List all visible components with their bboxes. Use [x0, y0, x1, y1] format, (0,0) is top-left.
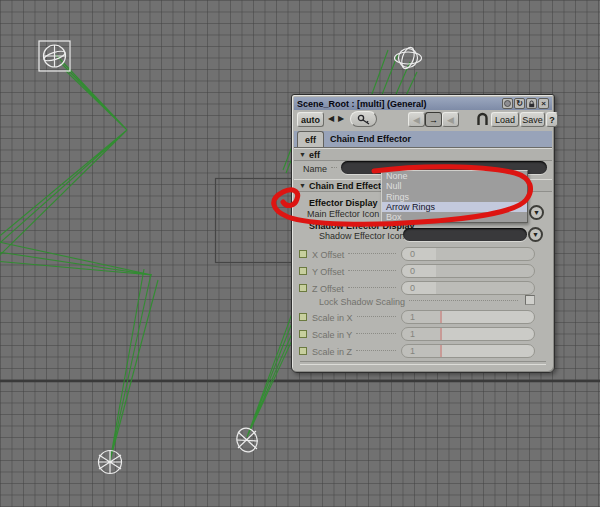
dotted-leader — [348, 286, 396, 288]
scale-z-label: Scale in Z — [312, 347, 352, 357]
shadow-effector-icon-row: Shadow Effector Icon — [319, 228, 401, 243]
name-row: Name — [303, 161, 341, 176]
magnet-icon[interactable] — [476, 111, 489, 126]
scale-z-row: Scale in Z — [312, 344, 400, 359]
lock-shadow-scaling-label: Lock Shadow Scaling — [319, 297, 405, 307]
bottom-groove-divider — [300, 361, 546, 365]
slider-marker — [440, 311, 442, 323]
dotted-leader — [331, 166, 337, 168]
key-button[interactable] — [350, 111, 377, 127]
tab-eff[interactable]: eff — [297, 131, 324, 147]
help-button[interactable]: ? — [546, 112, 558, 127]
dotted-leader — [356, 349, 396, 351]
close-icon[interactable]: × — [538, 98, 549, 109]
x-offset-value: 0 — [410, 249, 415, 259]
section-chain-label: Chain End Effector — [309, 181, 390, 191]
property-page-panel: Scene_Root : [multi] (General) ↻ × auto … — [291, 94, 555, 373]
collapse-triangle-icon: ▼ — [299, 151, 306, 158]
dropdown-item-box[interactable]: Box — [382, 212, 527, 222]
section-eff[interactable]: ▼ eff — [294, 148, 552, 161]
scale-z-slider[interactable]: 1 — [401, 344, 535, 358]
prev-key-arrow[interactable]: ◀ — [328, 114, 334, 123]
y-offset-value: 0 — [410, 266, 415, 276]
nav-current-button[interactable]: → — [425, 112, 442, 127]
dropdown-item-arrow-rings[interactable]: Arrow Rings — [382, 202, 527, 212]
collapse-triangle-icon: ▼ — [299, 182, 306, 189]
scale-y-slider[interactable]: 1 — [401, 327, 535, 341]
save-button[interactable]: Save — [520, 112, 545, 127]
y-offset-slider[interactable]: 0 — [401, 264, 535, 278]
z-offset-value: 0 — [410, 283, 415, 293]
tab-header-label: Chain End Effector — [330, 134, 411, 144]
ik-chain-left[interactable] — [0, 55, 158, 461]
z-offset-label: Z Offset — [312, 284, 344, 294]
x-offset-slider[interactable]: 0 — [401, 247, 535, 261]
z-offset-anim-checkbox[interactable] — [299, 284, 307, 292]
section-eff-label: eff — [309, 150, 320, 160]
xsi-viewport-screen: { "window": { "title": "Scene_Root : [mu… — [0, 0, 600, 507]
scale-y-value: 1 — [410, 329, 415, 339]
scale-x-label: Scale in X — [312, 313, 353, 323]
key-icon — [357, 114, 371, 125]
dotted-leader — [357, 315, 396, 317]
nav-back-button[interactable]: ◀ — [408, 112, 425, 127]
dotted-leader — [348, 269, 396, 271]
chain-root-effector-icon[interactable] — [39, 41, 70, 71]
recycle-icon[interactable]: ↻ — [514, 98, 525, 109]
arrow-rings-effector-icon-left[interactable] — [98, 451, 122, 474]
scale-x-slider[interactable]: 1 — [401, 310, 535, 324]
slider-marker — [440, 328, 442, 340]
scale-x-row: Scale in X — [312, 310, 400, 325]
panel-titlebar[interactable]: Scene_Root : [multi] (General) ↻ × — [294, 97, 552, 110]
tab-strip: eff Chain End Effector — [294, 131, 552, 148]
z-offset-slider[interactable]: 0 — [401, 281, 535, 295]
dotted-leader — [356, 332, 396, 334]
keyframe-sphere-icon[interactable] — [502, 98, 513, 109]
scale-z-anim-checkbox[interactable] — [299, 347, 307, 355]
shadow-effector-dropdown-button[interactable]: ▼ — [528, 227, 543, 242]
arrow-rings-effector-icon-center[interactable] — [234, 426, 260, 454]
auto-button[interactable]: auto — [297, 112, 324, 127]
nav-forward-button[interactable]: ◀ — [442, 112, 459, 127]
scale-x-anim-checkbox[interactable] — [299, 313, 307, 321]
dropdown-item-rings[interactable]: Rings — [382, 191, 527, 201]
panel-title: Scene_Root : [multi] (General) — [297, 99, 501, 109]
shadow-effector-icon-select[interactable] — [403, 228, 527, 241]
lock-icon[interactable] — [526, 98, 537, 109]
scale-y-label: Scale in Y — [312, 330, 352, 340]
main-effector-icon-label: Main Effector Icon — [307, 209, 379, 219]
dropdown-item-null[interactable]: Null — [382, 181, 527, 191]
x-offset-row: X Offset — [312, 247, 400, 262]
y-offset-label: Y Offset — [312, 267, 344, 277]
dotted-leader — [409, 299, 518, 301]
lock-shadow-scaling-checkbox[interactable] — [525, 295, 535, 305]
main-effector-icon-dropdown-list: None Null Rings Arrow Rings Box — [381, 170, 528, 223]
dropdown-item-none[interactable]: None — [382, 171, 527, 181]
y-offset-row: Y Offset — [312, 264, 400, 279]
scale-z-value: 1 — [410, 346, 415, 356]
shadow-effector-icon-label: Shadow Effector Icon — [319, 231, 404, 241]
x-offset-label: X Offset — [312, 250, 344, 260]
next-key-arrow[interactable]: ▶ — [338, 114, 344, 123]
scale-x-value: 1 — [410, 312, 415, 322]
y-offset-anim-checkbox[interactable] — [299, 267, 307, 275]
scale-y-row: Scale in Y — [312, 327, 400, 342]
lock-shadow-scaling-row: Lock Shadow Scaling — [319, 294, 522, 309]
load-button[interactable]: Load — [491, 112, 519, 127]
slider-marker — [440, 345, 442, 357]
x-offset-anim-checkbox[interactable] — [299, 250, 307, 258]
name-label: Name — [303, 164, 327, 174]
dotted-leader — [348, 252, 396, 254]
scale-y-anim-checkbox[interactable] — [299, 330, 307, 338]
